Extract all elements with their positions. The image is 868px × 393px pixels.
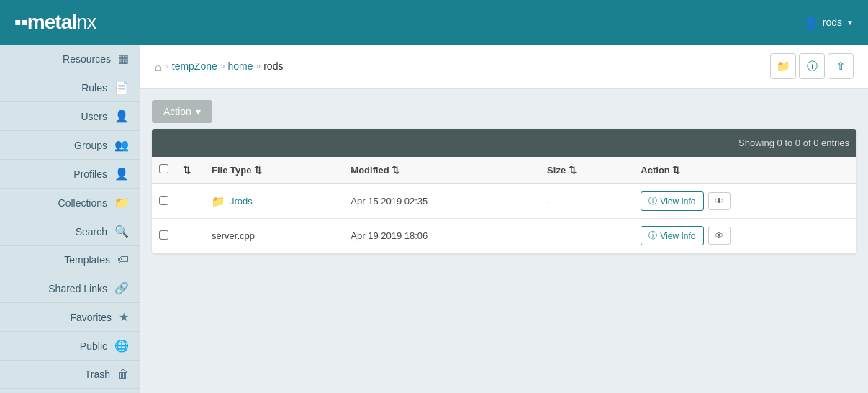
navbar: ▪▪metalnx 👤 rods ▼ — [0, 0, 868, 45]
row1-name-cell: 📁 .irods — [204, 184, 343, 219]
sidebar-item-public[interactable]: Public 🌐 — [0, 332, 140, 361]
col-filetype-icon[interactable]: ⇅ — [176, 157, 204, 184]
files-table: Showing 0 to 0 of 0 entries ⇅ File Type … — [152, 129, 856, 253]
row1-view-info-button[interactable]: ⓘ View Info — [641, 191, 703, 211]
sidebar-item-profiles[interactable]: Profiles 👤 — [0, 160, 140, 189]
breadcrumb-current: rods — [263, 60, 283, 72]
sidebar-item-resources[interactable]: Resources ▦ — [0, 45, 140, 73]
sidebar-item-templates[interactable]: Templates 🏷 — [0, 246, 140, 274]
sidebar-item-shared-links[interactable]: Shared Links 🔗 — [0, 274, 140, 303]
info-button[interactable]: ⓘ — [799, 53, 825, 79]
col-header-modified[interactable]: Modified ⇅ — [343, 157, 540, 184]
col-header-action[interactable]: Action ⇅ — [633, 157, 856, 184]
sort-icon-action: ⇅ — [672, 165, 680, 176]
sidebar-item-collections[interactable]: Collections 📁 — [0, 189, 140, 217]
action-dropdown-button[interactable]: Action ▾ — [152, 100, 212, 123]
col-label-size: Size — [547, 165, 566, 176]
sidebar-label-resources: Resources — [7, 53, 111, 65]
col-header-filetype[interactable]: File Type ⇅ — [204, 157, 343, 184]
action-btn-label: Action — [163, 106, 191, 117]
row1-eye-button[interactable]: 👁 — [708, 192, 731, 210]
sidebar-label-search: Search — [7, 226, 107, 238]
row2-eye-button[interactable]: 👁 — [708, 227, 731, 245]
rules-icon: 📄 — [114, 81, 129, 94]
user-menu[interactable]: 👤 rods ▼ — [804, 16, 854, 30]
upload-button[interactable]: ⇧ — [828, 53, 854, 79]
breadcrumb-home[interactable]: home — [227, 60, 253, 72]
row1-filetype-cell — [176, 184, 204, 219]
row1-folder-link[interactable]: 📁 .irods — [212, 195, 336, 208]
col-header-size[interactable]: Size ⇅ — [540, 157, 633, 184]
showing-text: Showing 0 to 0 of 0 entries — [204, 129, 856, 157]
sort-icon-filetype: ⇅ — [254, 165, 262, 176]
sidebar-label-templates: Templates — [7, 254, 110, 266]
sidebar: Resources ▦ Rules 📄 Users 👤 Groups 👥 Pro… — [0, 45, 140, 393]
row2-name-cell: server.cpp — [204, 219, 343, 253]
breadcrumb-bar: ⌂ » tempZone » home » rods 📁 ⓘ ⇧ — [140, 45, 868, 89]
sort-icon-size: ⇅ — [569, 165, 577, 176]
row1-action-cell: ⓘ View Info 👁 — [633, 184, 856, 219]
breadcrumb-actions: 📁 ⓘ ⇧ — [770, 53, 854, 79]
templates-icon: 🏷 — [117, 253, 129, 266]
sidebar-item-users[interactable]: Users 👤 — [0, 102, 140, 131]
sidebar-item-favorites[interactable]: Favorites ★ — [0, 303, 140, 332]
folder-button[interactable]: 📁 — [770, 53, 796, 79]
sidebar-label-rules: Rules — [7, 82, 107, 94]
select-all-checkbox[interactable] — [159, 164, 168, 173]
username-label: rods — [823, 17, 842, 28]
row2-checkbox[interactable] — [159, 230, 168, 240]
user-icon: 👤 — [804, 16, 818, 30]
row1-size: - — [547, 196, 550, 207]
breadcrumb-sep-2: » — [220, 61, 225, 71]
sidebar-label-groups: Groups — [7, 140, 107, 151]
table-top-header-empty — [152, 129, 204, 157]
table-body: 📁 .irods Apr 15 2019 02:35 - — [152, 184, 856, 253]
sidebar-label-profiles: Profiles — [7, 168, 107, 180]
row1-modified-cell: Apr 15 2019 02:35 — [343, 184, 540, 219]
home-icon[interactable]: ⌂ — [155, 60, 161, 73]
shared-links-icon: 🔗 — [114, 281, 129, 295]
sort-icon-modified: ⇅ — [392, 165, 399, 176]
row2-filetype-cell — [176, 219, 204, 253]
main-layout: Resources ▦ Rules 📄 Users 👤 Groups 👥 Pro… — [0, 45, 868, 393]
sidebar-item-search[interactable]: Search 🔍 — [0, 217, 140, 246]
user-caret-icon: ▼ — [846, 19, 854, 27]
sidebar-item-groups[interactable]: Groups 👥 — [0, 131, 140, 160]
col-label-action: Action — [641, 165, 669, 176]
row1-size-cell: - — [540, 184, 633, 219]
folder-icon: 📁 — [212, 195, 225, 208]
favorites-icon: ★ — [119, 310, 129, 324]
col-checkbox — [152, 157, 176, 184]
table-col-header-row: ⇅ File Type ⇅ Modified ⇅ Size ⇅ — [152, 157, 856, 184]
row2-view-info-label: View Info — [660, 231, 695, 241]
breadcrumb-tempzone[interactable]: tempZone — [172, 60, 217, 72]
row1-modified: Apr 15 2019 02:35 — [351, 196, 428, 207]
row2-modified-cell: Apr 19 2019 18:06 — [343, 219, 540, 253]
sidebar-item-rules[interactable]: Rules 📄 — [0, 73, 140, 102]
profiles-icon: 👤 — [114, 167, 129, 181]
row1-view-info-label: View Info — [660, 196, 695, 207]
row1-name: .irods — [230, 196, 253, 207]
row2-name: server.cpp — [212, 230, 255, 241]
row2-checkbox-cell — [152, 219, 176, 253]
row1-info-icon: ⓘ — [648, 195, 657, 207]
table-top-header-row: Showing 0 to 0 of 0 entries — [152, 129, 856, 157]
row1-checkbox-cell — [152, 184, 176, 219]
sidebar-label-favorites: Favorites — [7, 312, 112, 323]
groups-icon: 👥 — [114, 138, 129, 152]
breadcrumb-sep-3: » — [256, 61, 261, 71]
action-btn-caret-icon: ▾ — [196, 106, 201, 117]
row2-view-info-button[interactable]: ⓘ View Info — [641, 226, 703, 245]
sidebar-label-trash: Trash — [7, 369, 110, 380]
row2-info-icon: ⓘ — [648, 230, 657, 242]
row1-action-group: ⓘ View Info 👁 — [641, 191, 849, 211]
row2-size-cell — [540, 219, 633, 253]
col-label-modified: Modified — [351, 165, 389, 176]
content-area: ⌂ » tempZone » home » rods 📁 ⓘ ⇧ Action … — [140, 45, 868, 393]
sidebar-item-trash[interactable]: Trash 🗑 — [0, 361, 140, 389]
sidebar-label-shared-links: Shared Links — [7, 283, 107, 294]
table-row: 📁 .irods Apr 15 2019 02:35 - — [152, 184, 856, 219]
row1-checkbox[interactable] — [159, 196, 168, 205]
sidebar-label-public: Public — [7, 340, 107, 352]
resources-icon: ▦ — [118, 52, 129, 66]
